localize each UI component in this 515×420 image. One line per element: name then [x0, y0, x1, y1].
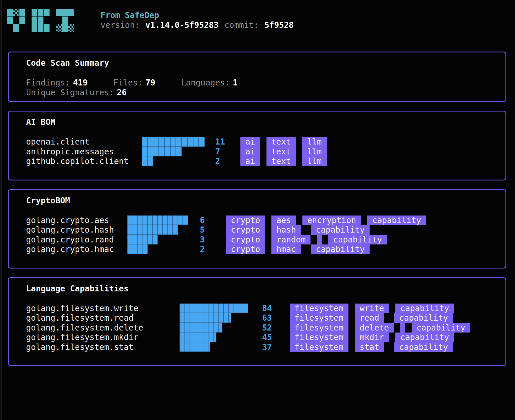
bom-row: golang.filesystem.read 63 filesystem rea…	[26, 313, 505, 323]
count-bar	[180, 333, 216, 342]
count-value: 2	[200, 244, 226, 254]
tag-list: filesystem stat capability	[290, 342, 453, 352]
tag-list: ai text llm	[240, 156, 327, 166]
tag-chip: crypto	[226, 244, 265, 254]
tag-chip: capability	[412, 323, 470, 333]
commit-label: commit:	[224, 20, 259, 30]
bar-slot	[180, 304, 248, 313]
version-value: v1.14.0-5f95283	[145, 20, 219, 30]
bom-row: openai.client 11 ai text llm	[26, 137, 505, 147]
tag-chip: llm	[302, 156, 327, 166]
count-bar	[180, 342, 210, 352]
header: From SafeDep version:v1.14.0-5f95283comm…	[0, 0, 515, 32]
tag-chip: ai	[240, 147, 260, 157]
bar-slot	[127, 235, 188, 245]
count-bar	[127, 244, 148, 254]
tag-chip: hmac	[271, 244, 301, 254]
tag-chip: encryption	[302, 216, 361, 225]
tag-chip: crypto	[226, 216, 265, 225]
tag-list: crypto aes encryption capability	[226, 216, 426, 225]
bar-slot	[180, 333, 248, 342]
bom-row: github.copilot.client 2 ai text llm	[26, 156, 505, 166]
component-label: github.copilot.client	[26, 156, 142, 166]
bom-row: golang.crypto.hash 5 crypto hash capabil…	[26, 225, 505, 235]
tag-chip: text	[266, 147, 296, 157]
tag-chip: filesystem	[290, 342, 348, 352]
bom-row: anthropic.messages 7 ai text llm	[26, 147, 505, 157]
count-value: 3	[200, 235, 226, 245]
bom-row: golang.filesystem.mkdir 45 filesystem mk…	[26, 333, 505, 342]
count-bar	[180, 313, 231, 323]
tag-list: ai text llm	[240, 147, 327, 157]
component-label: openai.client	[26, 137, 142, 147]
count-value: 84	[262, 304, 290, 313]
bar-slot	[180, 323, 248, 333]
bar-slot	[127, 244, 188, 254]
component-label: golang.crypto.aes	[26, 216, 127, 225]
tag-list: filesystem write capability	[290, 304, 454, 313]
bom-row: golang.crypto.aes 6 crypto aes encryptio…	[26, 216, 505, 225]
report-panels: Code Scan Summary Findings:419 Files:79 …	[0, 52, 515, 366]
tag-list: ai text llm	[240, 137, 327, 147]
count-value: 7	[215, 147, 240, 157]
tag-chip: crypto	[226, 235, 265, 245]
tag-chip: mkdir	[355, 333, 389, 342]
header-text: From SafeDep version:v1.14.0-5f95283comm…	[101, 9, 294, 30]
count-bar	[142, 137, 205, 147]
bar-slot	[142, 137, 205, 147]
count-bar	[127, 225, 178, 235]
bom-row: golang.crypto.rand 3 crypto random capab…	[26, 235, 505, 245]
tag-list: crypto random capability	[226, 235, 387, 245]
count-value: 11	[215, 137, 240, 147]
language-capabilities-panel: Language Capabilities golang.filesystem.…	[8, 277, 506, 366]
tag-chip: filesystem	[290, 333, 348, 342]
count-bar	[142, 147, 182, 157]
logo-letter-e	[32, 9, 50, 32]
component-label: golang.filesystem.stat	[26, 342, 180, 352]
component-label: golang.crypto.hmac	[26, 244, 127, 254]
tag-chip: ai	[240, 137, 260, 147]
summary-stats-line-1: Findings:419 Files:79 Languages:1	[26, 78, 505, 88]
count-value: 52	[262, 323, 290, 333]
component-label: golang.filesystem.delete	[26, 323, 180, 333]
tag-chip: write	[355, 304, 389, 313]
brand-line: From SafeDep	[101, 10, 294, 20]
count-value: 6	[200, 216, 226, 225]
count-bar	[127, 235, 158, 245]
count-value: 45	[262, 333, 290, 342]
component-label: golang.crypto.hash	[26, 225, 127, 235]
panel-title: AI BOM	[26, 117, 505, 127]
component-label: golang.filesystem.write	[26, 304, 180, 313]
tag-chip: capability	[311, 244, 370, 254]
tag-spacer-block	[317, 235, 322, 245]
bar-slot	[142, 147, 205, 157]
tag-chip: text	[266, 156, 296, 166]
tag-chip: random	[271, 235, 311, 245]
count-value: 2	[215, 156, 240, 166]
tag-chip: capability	[395, 333, 454, 342]
code-scan-summary-panel: Code Scan Summary Findings:419 Files:79 …	[8, 52, 506, 102]
component-label: golang.crypto.rand	[26, 235, 127, 245]
tag-chip: stat	[355, 342, 384, 352]
tag-spacer-block	[400, 323, 405, 333]
tag-chip: crypto	[226, 225, 265, 235]
panel-title: Language Capabilities	[26, 284, 505, 294]
count-value: 63	[262, 313, 290, 323]
tag-chip: capability	[367, 216, 426, 225]
bar-slot	[180, 342, 248, 352]
count-bar	[180, 304, 248, 313]
tag-chip: aes	[271, 216, 296, 225]
tag-list: crypto hmac capability	[226, 244, 370, 254]
version-label: version:	[101, 20, 140, 30]
tag-list: filesystem mkdir capability	[290, 333, 454, 342]
stat-files: Files:79	[113, 78, 155, 88]
bom-row: golang.filesystem.stat 37 filesystem sta…	[26, 342, 505, 352]
tag-chip: capability	[328, 235, 387, 245]
tag-chip: capability	[394, 342, 453, 352]
version-line: version:v1.14.0-5f95283commit:5f9528	[101, 20, 294, 30]
tag-chip: llm	[302, 147, 327, 157]
tag-chip: capability	[311, 225, 370, 235]
bar-slot	[142, 156, 205, 166]
count-bar	[127, 216, 188, 225]
tag-chip: ai	[240, 156, 260, 166]
